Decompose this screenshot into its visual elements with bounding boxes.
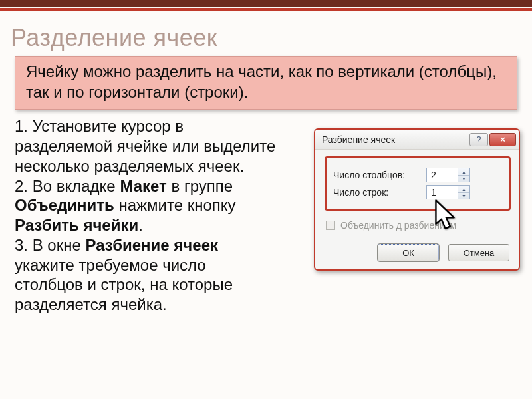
intro-text: Ячейку можно разделить на части, как по … [26, 63, 497, 101]
merge-before-split-row[interactable]: Объединить д разбиением [326, 220, 511, 231]
instructions: 1. Установите курсор в разделяемой ячейк… [15, 116, 278, 315]
checkbox-icon[interactable] [326, 221, 335, 230]
columns-spinner[interactable]: 2 ▲ ▼ [426, 168, 470, 182]
step-1: 1. Установите курсор в разделяемой ячейк… [15, 116, 278, 176]
help-icon: ? [477, 135, 481, 144]
rows-value: 1 [427, 187, 458, 198]
rows-spinner[interactable]: 1 ▲ ▼ [426, 185, 470, 200]
step-2: 2. Во вкладке Макет в группе Объединить … [15, 176, 278, 235]
columns-row: Число столбцов: 2 ▲ ▼ [333, 168, 502, 182]
slide-title: Разделение ячеек [0, 20, 532, 55]
columns-value: 2 [427, 170, 458, 180]
split-cells-dialog: Разбиение ячеек ? × Число столбцов: 2 [314, 128, 520, 271]
help-button[interactable]: ? [469, 133, 488, 146]
columns-label: Число столбцов: [333, 170, 426, 180]
close-icon: × [500, 135, 505, 144]
cancel-button[interactable]: Отмена [448, 244, 509, 261]
dialog-title: Разбиение ячеек [322, 134, 469, 145]
rows-label: Число строк: [333, 187, 426, 198]
step-3: 3. В окне Разбиение ячеек укажите требуе… [15, 235, 278, 315]
dialog-titlebar[interactable]: Разбиение ячеек ? × [315, 130, 519, 150]
ok-button[interactable]: ОК [378, 244, 439, 261]
intro-box: Ячейку можно разделить на части, как по … [15, 56, 517, 110]
rows-up-icon[interactable]: ▲ [458, 186, 469, 193]
rows-down-icon[interactable]: ▼ [458, 193, 469, 200]
top-stripe [0, 0, 532, 7]
columns-up-icon[interactable]: ▲ [458, 168, 469, 176]
rows-row: Число строк: 1 ▲ ▼ [333, 185, 502, 200]
merge-before-split-label: Объединить д разбиением [340, 220, 456, 231]
close-button[interactable]: × [489, 133, 516, 146]
fields-highlight: Число столбцов: 2 ▲ ▼ Число строк: 1 [325, 156, 511, 211]
columns-down-icon[interactable]: ▼ [458, 176, 469, 182]
